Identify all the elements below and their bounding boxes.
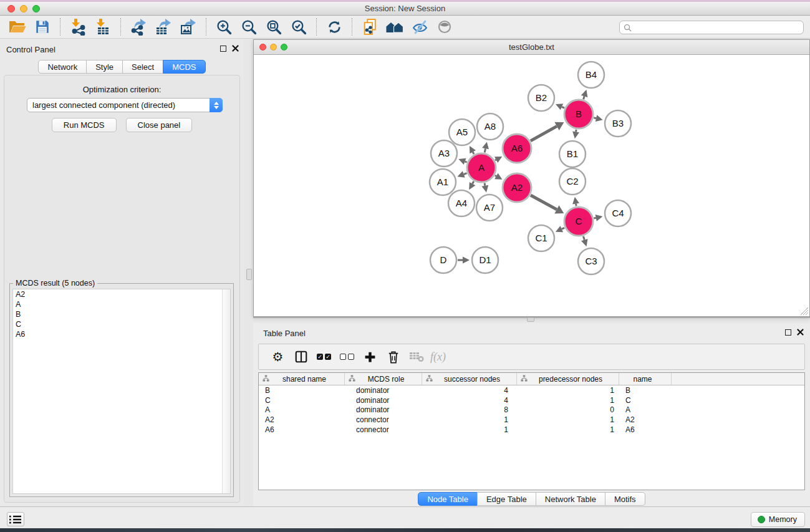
table-settings-button[interactable]: ⚙ xyxy=(266,346,289,367)
graph-edge-A6-B[interactable] xyxy=(531,126,557,140)
result-item[interactable]: A xyxy=(13,299,230,309)
graph-edge-C-C4[interactable] xyxy=(594,218,595,218)
tab-node-table[interactable]: Node Table xyxy=(418,492,478,506)
zoom-out-button[interactable] xyxy=(236,17,261,37)
graph-edge-B-B2[interactable] xyxy=(562,107,564,108)
graph-node-D1[interactable]: D1 xyxy=(472,247,498,273)
refresh-button[interactable] xyxy=(322,17,347,37)
export-table-button[interactable] xyxy=(151,17,176,37)
column-header-name[interactable]: name xyxy=(619,373,672,385)
graph-node-A1[interactable]: A1 xyxy=(430,169,456,195)
open-session-button[interactable] xyxy=(5,17,30,37)
tab-edge-table[interactable]: Edge Table xyxy=(477,492,536,506)
graph-edge-C-C1[interactable] xyxy=(562,228,564,229)
import-table-button[interactable] xyxy=(90,17,115,37)
graph-edge-A-A5[interactable] xyxy=(473,152,474,154)
column-header-predecessor-nodes[interactable]: predecessor nodes xyxy=(517,373,619,385)
create-column-button[interactable] xyxy=(359,346,382,367)
column-header-shared-name[interactable]: shared name xyxy=(259,373,345,385)
vertical-split-grip[interactable] xyxy=(246,269,252,280)
graph-node-A5[interactable]: A5 xyxy=(449,119,475,145)
graph-node-B3[interactable]: B3 xyxy=(605,110,631,137)
export-network-button[interactable] xyxy=(126,17,151,37)
column-header-successor-nodes[interactable]: successor nodes xyxy=(422,373,517,385)
graph-node-C4[interactable]: C4 xyxy=(605,200,631,226)
graph-edge-B-B1[interactable] xyxy=(576,130,577,132)
export-image-button[interactable] xyxy=(176,17,201,37)
result-list-scrollbar[interactable] xyxy=(222,289,230,493)
horizontal-split-grip[interactable] xyxy=(527,317,534,322)
graph-edge-A-A2[interactable] xyxy=(495,175,496,176)
zoom-fit-button[interactable] xyxy=(261,17,286,37)
graph-edge-A-A8[interactable] xyxy=(485,148,485,152)
task-history-button[interactable] xyxy=(7,512,24,526)
graph-node-C2[interactable]: C2 xyxy=(559,168,586,195)
table-row[interactable]: A2connector11A2 xyxy=(259,415,804,425)
delete-column-button[interactable] xyxy=(382,346,405,367)
import-network-button[interactable] xyxy=(65,17,90,37)
tab-select[interactable]: Select xyxy=(122,60,163,74)
result-item[interactable]: A6 xyxy=(13,329,230,339)
graph-node-A8[interactable]: A8 xyxy=(477,114,503,140)
network-canvas[interactable]: B4B2BB3A8A5A6A3B1AA1C2A2A4A7C4CC1C3DD1 xyxy=(254,55,809,316)
tab-mcds[interactable]: MCDS xyxy=(163,60,205,74)
close-table-panel-icon[interactable] xyxy=(797,329,804,336)
graph-node-A6[interactable]: A6 xyxy=(503,134,531,163)
graph-node-C[interactable]: C xyxy=(564,207,593,236)
graph-edge-A-A7[interactable] xyxy=(485,183,485,185)
graph-node-A2[interactable]: A2 xyxy=(503,173,531,202)
home-button[interactable] xyxy=(382,17,407,37)
graph-edge-B-B3[interactable] xyxy=(594,118,596,118)
select-all-columns-button[interactable]: ✓✓ xyxy=(312,346,335,367)
tab-network-table[interactable]: Network Table xyxy=(536,492,605,506)
graph-edge-C-C2[interactable] xyxy=(576,204,577,206)
graph-node-A[interactable]: A xyxy=(467,153,496,182)
table-row[interactable]: Cdominator41C xyxy=(259,395,804,405)
clone-network-button[interactable] xyxy=(357,17,382,37)
tab-motifs[interactable]: Motifs xyxy=(605,492,645,506)
show-all-button[interactable] xyxy=(432,17,457,37)
tab-style[interactable]: Style xyxy=(86,60,123,74)
mcds-result-list[interactable]: A2ABCA6 xyxy=(12,289,231,494)
graph-node-C3[interactable]: C3 xyxy=(578,248,604,274)
unselect-all-columns-button[interactable] xyxy=(335,346,359,367)
float-panel-icon[interactable] xyxy=(220,46,226,52)
memory-button[interactable]: Memory xyxy=(751,512,805,527)
graph-edge-A-A6[interactable] xyxy=(495,160,496,160)
graph-node-B[interactable]: B xyxy=(564,100,593,128)
graph-node-C1[interactable]: C1 xyxy=(528,225,554,251)
tab-network[interactable]: Network xyxy=(38,60,87,74)
network-window-titlebar[interactable]: testGlobe.txt xyxy=(254,40,809,55)
close-panel-icon[interactable] xyxy=(232,45,239,52)
run-mcds-button[interactable]: Run MCDS xyxy=(52,118,117,132)
result-item[interactable]: B xyxy=(13,309,230,319)
graph-node-A4[interactable]: A4 xyxy=(448,190,475,216)
zoom-selected-button[interactable] xyxy=(286,17,311,37)
result-item[interactable]: C xyxy=(13,319,230,329)
zoom-in-button[interactable] xyxy=(211,17,236,37)
graph-edge-A-A1[interactable] xyxy=(464,173,467,175)
float-table-panel-icon[interactable] xyxy=(785,329,791,336)
graph-edge-A-A3[interactable] xyxy=(465,162,467,162)
search-input[interactable] xyxy=(634,23,799,32)
graph-node-A3[interactable]: A3 xyxy=(431,140,457,167)
table-row[interactable]: Bdominator41B xyxy=(259,385,804,395)
graph-edge-A-A4[interactable] xyxy=(473,181,474,184)
show-columns-button[interactable] xyxy=(289,346,312,367)
window-resize-grip[interactable] xyxy=(801,307,809,316)
optimization-criterion-dropdown[interactable]: largest connected component (directed) xyxy=(27,98,223,112)
hide-unselected-button[interactable] xyxy=(407,17,432,37)
graph-node-B1[interactable]: B1 xyxy=(559,141,586,167)
graph-node-B2[interactable]: B2 xyxy=(528,85,554,111)
table-row[interactable]: Adominator80A xyxy=(259,405,804,415)
column-header-MCDS-role[interactable]: MCDS role xyxy=(345,373,422,385)
graph-node-B4[interactable]: B4 xyxy=(578,62,604,88)
graph-edge-C-C3[interactable] xyxy=(583,236,584,240)
save-session-button[interactable] xyxy=(30,17,55,37)
close-panel-button[interactable]: Close panel xyxy=(126,118,193,132)
graph-node-D[interactable]: D xyxy=(430,247,456,273)
graph-node-A7[interactable]: A7 xyxy=(476,195,503,221)
result-item[interactable]: A2 xyxy=(13,289,230,299)
graph-edge-B-B4[interactable] xyxy=(584,96,585,99)
table-row[interactable]: A6connector11A6 xyxy=(259,425,804,435)
